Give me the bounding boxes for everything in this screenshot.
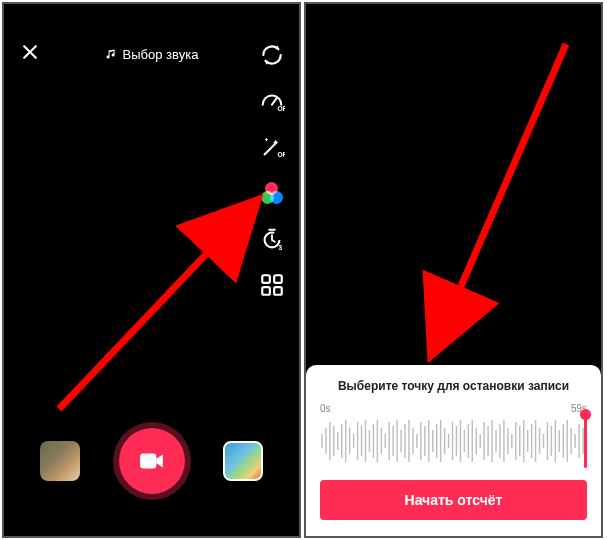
start-time-label: 0s [320,403,331,414]
svg-rect-4 [274,287,282,295]
effects-button[interactable] [40,441,80,481]
record-button[interactable] [119,428,185,494]
svg-rect-5 [140,453,156,468]
start-countdown-button[interactable]: Начать отсчёт [320,480,587,520]
timer-button[interactable]: 3 [257,224,287,254]
speed-badge: OFF [278,105,285,112]
svg-line-7 [436,44,566,344]
sound-picker-label: Выбор звука [123,47,199,62]
beauty-button[interactable]: OFF [257,132,287,162]
sound-picker[interactable]: Выбор звука [105,47,199,62]
annotation-arrow-right [406,34,586,364]
timer-sheet-screen: Выберите точку для остановки записи 0s 5… [304,2,603,538]
annotation-arrow-left [44,194,274,424]
stop-point-handle[interactable] [584,414,587,468]
upload-button[interactable] [223,441,263,481]
timer-icon: 3 [259,226,285,252]
magic-wand-icon: OFF [259,134,285,160]
svg-line-6 [59,209,249,409]
countdown-sheet: Выберите точку для остановки записи 0s 5… [306,365,601,536]
camera-screen: Выбор звука OFF OFF [2,2,301,538]
music-note-icon [105,48,117,60]
close-icon [20,42,40,62]
time-range-labels: 0s 59s [320,403,587,414]
speedometer-icon: OFF [259,88,285,114]
filters-icon [261,182,283,204]
beauty-badge: OFF [278,151,285,158]
flip-icon [259,42,285,68]
svg-rect-2 [274,275,282,283]
video-camera-icon [139,451,165,471]
waveform-icon [320,416,587,466]
svg-rect-3 [262,287,270,295]
more-tools-button[interactable] [257,270,287,300]
side-toolbar: OFF OFF 3 [257,40,287,300]
speed-button[interactable]: OFF [257,86,287,116]
close-button[interactable] [18,42,42,66]
top-bar: Выбор звука [4,34,299,74]
flip-camera-button[interactable] [257,40,287,70]
filters-button[interactable] [257,178,287,208]
start-countdown-label: Начать отсчёт [405,492,503,508]
svg-rect-1 [262,275,270,283]
timer-badge: 3 [279,244,283,251]
sheet-title: Выберите точку для остановки записи [320,379,587,393]
grid-icon [259,272,285,298]
waveform-scrubber[interactable] [320,416,587,466]
